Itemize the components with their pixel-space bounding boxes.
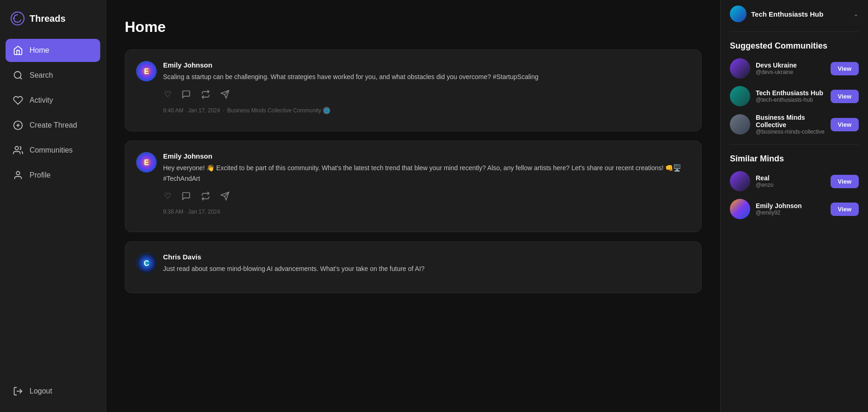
user-handle: @enzo	[756, 182, 825, 188]
community-name: Tech Enthusiasts Hub	[756, 89, 825, 97]
view-user-button[interactable]: View	[831, 175, 859, 188]
right-header: Tech Enthusiasts Hub ⌄	[730, 0, 859, 32]
community-header-title: Tech Enthusiasts Hub	[751, 10, 849, 18]
community-name: Business Minds Collective	[756, 114, 825, 129]
svg-text:E: E	[144, 68, 149, 75]
community-item: Devs Ukraine @devs-ukraine View	[730, 58, 859, 79]
share-button[interactable]	[219, 190, 231, 202]
community-info: Devs Ukraine @devs-ukraine	[756, 61, 825, 75]
search-icon	[13, 70, 23, 80]
chevron-down-icon[interactable]: ⌄	[853, 10, 859, 18]
thread-community: Business Minds Collective Community 🌐	[227, 107, 330, 114]
user-info: Emily Johnson @emily92	[756, 202, 825, 216]
avatar: E	[136, 61, 157, 81]
thread-text: Scaling a startup can be challenging. Wh…	[163, 72, 690, 82]
thread-actions: ♡	[163, 88, 690, 100]
thread-text: Just read about some mind-blowing AI adv…	[163, 264, 690, 274]
similar-minds-section: Similar Minds Real @enzo View Emily John…	[730, 154, 859, 219]
svg-point-1	[13, 18, 15, 19]
nav-home[interactable]: Home	[6, 39, 100, 62]
svg-point-2	[14, 72, 21, 79]
thread-author: Chris Davis	[163, 253, 690, 261]
svg-point-8	[16, 172, 19, 175]
profile-icon	[13, 170, 23, 180]
community-name: Devs Ukraine	[756, 61, 825, 69]
view-community-button[interactable]: View	[831, 118, 859, 131]
nav-logout-label: Logout	[30, 387, 52, 395]
like-button[interactable]: ♡	[163, 88, 172, 100]
thread-card: E Emily Johnson Hey everyone! 👋 Excited …	[125, 141, 702, 232]
sidebar: Threads Home Search Activity Create Thre…	[0, 0, 106, 412]
community-info: Business Minds Collective @business-mind…	[756, 114, 825, 135]
svg-line-3	[20, 77, 22, 79]
nav-profile-label: Profile	[30, 171, 50, 179]
communities-icon	[13, 145, 23, 155]
nav-search-label: Search	[30, 71, 53, 80]
view-community-button[interactable]: View	[831, 90, 859, 103]
user-avatar	[730, 199, 750, 219]
thread-card: E Emily Johnson Scaling a startup can be…	[125, 49, 702, 131]
comment-button[interactable]	[181, 88, 192, 100]
nav-logout[interactable]: Logout	[6, 380, 100, 403]
view-community-button[interactable]: View	[831, 62, 859, 75]
comment-button[interactable]	[181, 190, 192, 202]
avatar: C	[136, 253, 157, 273]
community-item: Tech Enthusiasts Hub @tech-enthusiasts-h…	[730, 86, 859, 106]
community-info: Tech Enthusiasts Hub @tech-enthusiasts-h…	[756, 89, 825, 103]
share-button[interactable]	[219, 88, 231, 100]
community-handle: @tech-enthusiasts-hub	[756, 97, 825, 103]
community-handle: @business-minds-collective	[756, 129, 825, 135]
user-avatar	[730, 171, 750, 191]
nav-profile[interactable]: Profile	[6, 164, 100, 187]
nav-activity[interactable]: Activity	[6, 89, 100, 112]
like-button[interactable]: ♡	[163, 190, 172, 202]
threads-logo-icon	[10, 11, 25, 26]
nav-activity-label: Activity	[30, 96, 53, 105]
thread-actions: ♡	[163, 190, 690, 202]
svg-text:E: E	[144, 159, 149, 167]
thread-text: Hey everyone! 👋 Excited to be part of th…	[163, 163, 690, 184]
section-divider	[730, 144, 859, 145]
svg-point-7	[15, 147, 18, 150]
repost-button[interactable]	[200, 88, 211, 100]
thread-timestamp: 9:38 AM · Jan 17, 2024	[163, 209, 220, 215]
nav-create-thread-label: Create Thread	[30, 121, 77, 129]
activity-icon	[13, 95, 23, 105]
view-user-button[interactable]: View	[831, 203, 859, 216]
user-info: Real @enzo	[756, 174, 825, 188]
nav-communities[interactable]: Communities	[6, 139, 100, 162]
create-thread-icon	[13, 120, 23, 130]
community-icon: 🌐	[323, 107, 330, 114]
logout-icon	[13, 386, 23, 396]
user-handle: @emily92	[756, 209, 825, 216]
nav-search[interactable]: Search	[6, 64, 100, 87]
right-sidebar: Tech Enthusiasts Hub ⌄ Suggested Communi…	[720, 0, 868, 412]
similar-user-item: Real @enzo View	[730, 171, 859, 191]
app-logo-text: Threads	[30, 13, 66, 24]
thread-card: C Chris Davis Just read about some mind-…	[125, 241, 702, 293]
thread-author: Emily Johnson	[163, 152, 690, 160]
community-avatar	[730, 86, 750, 106]
thread-meta: 9:38 AM · Jan 17, 2024	[163, 209, 690, 215]
avatar: E	[136, 152, 157, 172]
nav-home-label: Home	[30, 46, 49, 55]
similar-minds-title: Similar Minds	[730, 154, 859, 164]
community-avatar	[730, 114, 750, 135]
nav-create-thread[interactable]: Create Thread	[6, 114, 100, 137]
suggested-communities-section: Suggested Communities Devs Ukraine @devs…	[730, 41, 859, 135]
repost-button[interactable]	[200, 190, 211, 202]
main-content: Home	[106, 0, 720, 412]
app-logo: Threads	[6, 7, 100, 30]
suggested-communities-title: Suggested Communities	[730, 41, 859, 51]
thread-timestamp: 9:40 AM · Jan 17, 2024	[163, 107, 220, 114]
thread-meta: 9:40 AM · Jan 17, 2024 · Business Minds …	[163, 107, 690, 114]
user-name: Real	[756, 174, 825, 182]
home-icon	[13, 45, 23, 55]
page-title: Home	[125, 18, 702, 36]
community-avatar	[730, 58, 750, 79]
thread-author: Emily Johnson	[163, 61, 690, 69]
community-handle: @devs-ukraine	[756, 69, 825, 75]
community-header-avatar	[730, 6, 747, 22]
svg-text:C: C	[144, 260, 149, 268]
similar-user-item: Emily Johnson @emily92 View	[730, 199, 859, 219]
